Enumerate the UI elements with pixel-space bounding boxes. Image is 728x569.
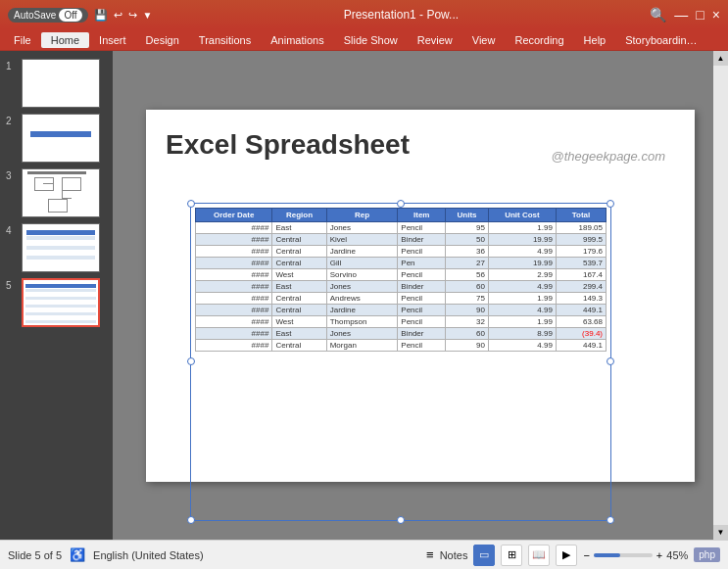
cell: 449.1 [556,304,606,315]
table-row: #### Central Jardine Pencil 90 4.99 449.… [196,304,607,315]
undo-icon[interactable]: ↩ [114,9,122,22]
cell: Jones [326,280,398,292]
tab-design[interactable]: Design [136,32,189,48]
slide-watermark: @thegeekpage.com [551,149,665,164]
cell: Pencil [398,221,446,233]
cell: 90 [446,304,489,315]
tab-slideshow[interactable]: Slide Show [334,32,408,48]
quick-access-icon[interactable]: ▼ [143,10,153,21]
cell: Binder [398,327,446,339]
cell: #### [196,339,272,351]
cell: #### [196,304,272,315]
tab-animations[interactable]: Animations [261,32,333,48]
zoom-slider[interactable] [594,553,653,557]
slide-thumbnail-2[interactable] [22,114,100,163]
tab-help[interactable]: Help [574,32,616,48]
notes-icon[interactable]: ≡ [426,547,434,562]
accessibility-icon[interactable]: ♿ [70,547,85,562]
tab-home[interactable]: Home [41,32,89,48]
table-row: #### Central Andrews Pencil 75 1.99 149.… [196,292,607,304]
zoom-out-icon[interactable]: − [583,549,589,561]
cell: Kivel [326,233,398,245]
cell: Central [272,233,326,245]
col-header-units: Units [446,208,489,221]
tab-transitions[interactable]: Transitions [189,32,261,48]
slide-thumbnail-5[interactable] [22,278,100,327]
slide-thumb-3[interactable]: 3 [6,168,107,217]
cell: Central [272,245,326,257]
view-slideshow-button[interactable]: ▶ [556,545,577,566]
cell: Central [272,339,326,351]
minimize-button[interactable]: — [674,7,688,23]
cell: Andrews [326,292,398,304]
maximize-button[interactable]: □ [696,7,704,23]
toggle-knob[interactable]: Off [59,9,81,22]
tab-storyboard[interactable]: Storyboardin… [615,32,706,48]
cell: East [272,327,326,339]
slide-thumb-4[interactable]: 4 [6,223,107,272]
cell: #### [196,315,272,327]
scroll-up-button[interactable]: ▲ [713,51,728,66]
cell: Pencil [398,292,446,304]
col-header-region: Region [272,208,326,221]
cell: 1.99 [488,315,556,327]
handle-middle-left[interactable] [187,357,195,365]
search-icon[interactable]: 🔍 [650,7,666,23]
main-area: 1 2 3 4 [0,51,728,540]
slide-thumb-1[interactable]: 1 [6,59,107,108]
cell: #### [196,268,272,280]
redo-icon[interactable]: ↪ [128,9,137,22]
cell: Morgan [326,339,398,351]
tab-insert[interactable]: Insert [89,32,136,48]
cell: #### [196,280,272,292]
cell: 60 [446,280,489,292]
tab-file[interactable]: File [4,32,41,48]
cell: Central [272,257,326,268]
slide-info: Slide 5 of 5 [8,549,62,561]
cell: 50 [446,233,489,245]
tab-view[interactable]: View [462,32,506,48]
slide-thumbnail-4[interactable] [22,223,100,272]
view-normal-button[interactable]: ▭ [473,545,495,566]
col-header-total: Total [556,208,606,221]
slide-thumb-5[interactable]: 5 [6,278,107,327]
slide-thumbnail-3[interactable] [22,168,100,217]
status-bar-left: Slide 5 of 5 ♿ English (United States) [8,547,204,562]
zoom-slider-fill [594,553,620,557]
view-sorter-button[interactable]: ⊞ [501,545,522,566]
close-button[interactable]: × [712,7,720,23]
handle-top-left[interactable] [187,200,195,208]
cell: 1.99 [488,221,556,233]
handle-bottom-left[interactable] [187,516,195,524]
tab-recording[interactable]: Recording [505,32,573,48]
scroll-track[interactable] [713,66,728,525]
slide-thumbnail-1[interactable] [22,59,100,108]
tab-review[interactable]: Review [408,32,462,48]
cell: 299.4 [556,280,606,292]
slide-panel: 1 2 3 4 [0,51,113,540]
zoom-in-icon[interactable]: + [656,549,662,561]
zoom-level: 45% [666,549,688,561]
cell: 27 [446,257,489,268]
handle-bottom-right[interactable] [607,516,614,524]
cell: #### [196,245,272,257]
notes-label[interactable]: Notes [440,549,468,561]
cell: 179.6 [556,245,606,257]
handle-bottom-middle[interactable] [397,516,405,524]
handle-top-middle[interactable] [397,200,405,208]
handle-top-right[interactable] [607,200,614,208]
cell: 167.4 [556,268,606,280]
slide-thumb-2[interactable]: 2 [6,114,107,163]
cell: Central [272,292,326,304]
cell: Pencil [398,339,446,351]
save-icon[interactable]: 💾 [94,9,108,22]
handle-middle-right[interactable] [607,357,614,365]
cell: 90 [446,339,489,351]
slide-num-4: 4 [6,223,18,236]
autosave-toggle[interactable]: AutoSave Off [8,8,88,23]
cell: Pencil [398,268,446,280]
slide-num-2: 2 [6,114,18,126]
status-bar-right: ≡ Notes ▭ ⊞ 📖 ▶ − + 45% php [426,545,720,566]
scroll-down-button[interactable]: ▼ [713,525,728,540]
view-reading-button[interactable]: 📖 [528,545,550,566]
